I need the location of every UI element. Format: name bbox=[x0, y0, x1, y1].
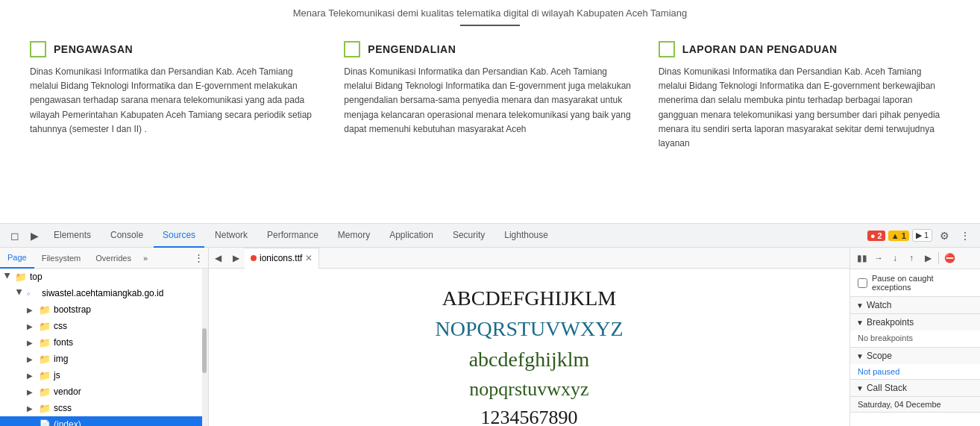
tree-label-fonts: fonts bbox=[54, 337, 73, 348]
settings-icon[interactable]: ⚙ bbox=[935, 227, 953, 245]
more-tabs-icon[interactable]: » bbox=[139, 254, 152, 263]
breakpoints-label: Breakpoints bbox=[867, 317, 914, 328]
not-paused-text: Not paused bbox=[850, 364, 980, 379]
step-over-btn[interactable]: → bbox=[871, 251, 886, 266]
tab-elements[interactable]: Elements bbox=[45, 224, 100, 248]
tree-label-js: js bbox=[54, 370, 60, 380]
inspect-icon[interactable]: ▶ bbox=[25, 227, 43, 245]
card-pengawasan: PENGAWASAN Dinas Komunikasi Informatika … bbox=[30, 41, 321, 151]
tab-memory[interactable]: Memory bbox=[329, 224, 379, 248]
card-pengendalian: PENGENDALIAN Dinas Komunikasi Informatik… bbox=[344, 41, 635, 151]
font-preview-numbers: 1234567890 bbox=[481, 404, 578, 426]
devtools-top-right: ● 2 ▲ 1 ▶ 1 ⚙ ⋮ bbox=[867, 227, 974, 245]
step-into-btn[interactable]: ↓ bbox=[888, 251, 902, 266]
tree-item-fonts[interactable]: ▶ 📁 fonts bbox=[0, 334, 208, 351]
file-tab-ionicons[interactable]: ionicons.ttf ✕ bbox=[245, 248, 319, 269]
card-header-3: LAPORAN DAN PENGADUAN bbox=[659, 41, 950, 57]
tab-forward-btn[interactable]: ▶ bbox=[227, 249, 245, 267]
file-tabs-bar: ◀ ▶ ionicons.ttf ✕ bbox=[209, 248, 849, 269]
file-tree-tab-page[interactable]: Page bbox=[0, 248, 34, 269]
tab-sources[interactable]: Sources bbox=[154, 224, 204, 248]
tree-label-top: top bbox=[30, 272, 43, 282]
tree-label-img: img bbox=[54, 354, 68, 364]
file-tree-tabs: Page Filesystem Overrides » ⋮ bbox=[0, 248, 208, 269]
no-breakpoints-text: No breakpoints bbox=[850, 331, 980, 347]
card-title-1: PENGAWASAN bbox=[54, 43, 133, 55]
subtitle: Menara Telekomunikasi demi kualitas tele… bbox=[30, 7, 950, 19]
deactivate-btn[interactable]: ⛔ bbox=[942, 251, 957, 266]
tab-console[interactable]: Console bbox=[101, 224, 152, 248]
step-btn[interactable]: ▶ bbox=[920, 251, 935, 266]
step-out-btn[interactable]: ↑ bbox=[904, 251, 919, 266]
call-stack-label: Call Stack bbox=[867, 383, 907, 393]
card-icon-1 bbox=[30, 41, 46, 57]
call-stack-header[interactable]: ▼ Call Stack bbox=[850, 380, 980, 396]
file-tree-tab-overrides[interactable]: Overrides bbox=[88, 248, 139, 269]
folder-icon-top: 📁 bbox=[15, 272, 27, 283]
tree-item-index[interactable]: 📄 (index) bbox=[0, 416, 208, 426]
tree-label-css: css bbox=[54, 321, 67, 331]
tree-item-domain[interactable]: ▶ ◦ siwastel.acehtamiangkab.go.id bbox=[0, 285, 208, 301]
tree-arrow-fonts: ▶ bbox=[27, 339, 36, 347]
call-stack-arrow-icon: ▼ bbox=[856, 384, 864, 392]
folder-blue-icon-js: 📁 bbox=[39, 370, 51, 381]
call-stack-date: Saturday, 04 Decembe bbox=[850, 396, 980, 412]
pause-checkbox[interactable] bbox=[858, 278, 867, 288]
tree-arrow-domain: ▶ bbox=[16, 289, 24, 298]
font-preview-lowercase2: nopqrstuvwxyz bbox=[469, 376, 588, 403]
scrollbar-thumb[interactable] bbox=[202, 328, 207, 373]
scope-arrow-icon: ▼ bbox=[856, 352, 864, 360]
divider bbox=[460, 25, 520, 26]
scrollbar-track[interactable] bbox=[202, 269, 208, 426]
tab-performance[interactable]: Performance bbox=[258, 224, 327, 248]
folder-blue-icon-css: 📁 bbox=[39, 321, 51, 332]
domain-icon: ◦ bbox=[27, 288, 39, 299]
tree-item-vendor[interactable]: ▶ 📁 vendor bbox=[0, 383, 208, 400]
scope-header[interactable]: ▼ Scope bbox=[850, 348, 980, 364]
file-tabs-panel: ◀ ▶ ionicons.ttf ✕ ABCDEFGHIJKLM NOPQRST… bbox=[209, 248, 849, 426]
tab-application[interactable]: Application bbox=[380, 224, 442, 248]
file-tab-error-dot bbox=[251, 255, 257, 261]
card-title-3: LAPORAN DAN PENGADUAN bbox=[682, 43, 838, 55]
tree-item-css[interactable]: ▶ 📁 css bbox=[0, 318, 208, 334]
breakpoints-section: ▼ Breakpoints No breakpoints bbox=[850, 314, 980, 348]
pause-btn[interactable]: ▮▮ bbox=[855, 251, 870, 266]
tab-back-btn[interactable]: ◀ bbox=[209, 249, 227, 267]
tree-arrow-vendor: ▶ bbox=[27, 388, 36, 396]
cards-row: PENGAWASAN Dinas Komunikasi Informatika … bbox=[30, 41, 950, 151]
tree-item-top[interactable]: ▶ 📁 top bbox=[0, 269, 208, 285]
folder-blue-icon-bootstrap: 📁 bbox=[39, 304, 51, 316]
dock-icon[interactable]: ◻ bbox=[6, 227, 24, 245]
pause-exceptions-section: Pause on caught exceptions bbox=[850, 269, 980, 297]
tree-label-scss: scss bbox=[54, 403, 72, 413]
tree-label-vendor: vendor bbox=[54, 386, 81, 397]
tab-network[interactable]: Network bbox=[206, 224, 257, 248]
tree-label-index: (index) bbox=[54, 419, 81, 426]
watch-label: Watch bbox=[867, 300, 892, 310]
file-tree-content: ▶ 📁 top ▶ ◦ siwastel.acehtamiangkab.go.i… bbox=[0, 269, 208, 426]
tree-arrow-bootstrap: ▶ bbox=[27, 306, 36, 314]
watch-header[interactable]: ▼ Watch bbox=[850, 297, 980, 313]
devtools-main: Page Filesystem Overrides » ⋮ ▶ 📁 top ▶ … bbox=[0, 248, 980, 426]
tree-menu-icon[interactable]: ⋮ bbox=[189, 252, 208, 263]
tab-lighthouse[interactable]: Lighthouse bbox=[495, 224, 557, 248]
card-icon-3 bbox=[659, 41, 675, 57]
tab-security[interactable]: Security bbox=[444, 224, 494, 248]
tree-item-img[interactable]: ▶ 📁 img bbox=[0, 351, 208, 367]
debugger-panel: ▮▮ → ↓ ↑ ▶ ⛔ Pause on caught exceptions … bbox=[849, 248, 980, 426]
call-stack-section: ▼ Call Stack Saturday, 04 Decembe bbox=[850, 380, 980, 413]
breakpoints-arrow-icon: ▼ bbox=[856, 319, 864, 327]
file-tree-tab-filesystem[interactable]: Filesystem bbox=[34, 248, 89, 269]
folder-orange-icon-vendor: 📁 bbox=[39, 386, 51, 398]
tree-arrow-js: ▶ bbox=[27, 372, 36, 380]
card-title-2: PENGENDALIAN bbox=[368, 43, 456, 55]
tree-label-bootstrap: bootstrap bbox=[54, 304, 91, 315]
breakpoints-header[interactable]: ▼ Breakpoints bbox=[850, 314, 980, 331]
tree-item-js[interactable]: ▶ 📁 js bbox=[0, 367, 208, 383]
tree-item-scss[interactable]: ▶ 📁 scss bbox=[0, 400, 208, 416]
card-body-3: Dinas Komunikasi Informatika dan Persand… bbox=[659, 65, 950, 151]
file-tab-close-btn[interactable]: ✕ bbox=[305, 253, 312, 263]
tree-item-bootstrap[interactable]: ▶ 📁 bootstrap bbox=[0, 301, 208, 318]
error-badge: ● 2 bbox=[867, 231, 885, 241]
more-options-icon[interactable]: ⋮ bbox=[956, 227, 974, 245]
